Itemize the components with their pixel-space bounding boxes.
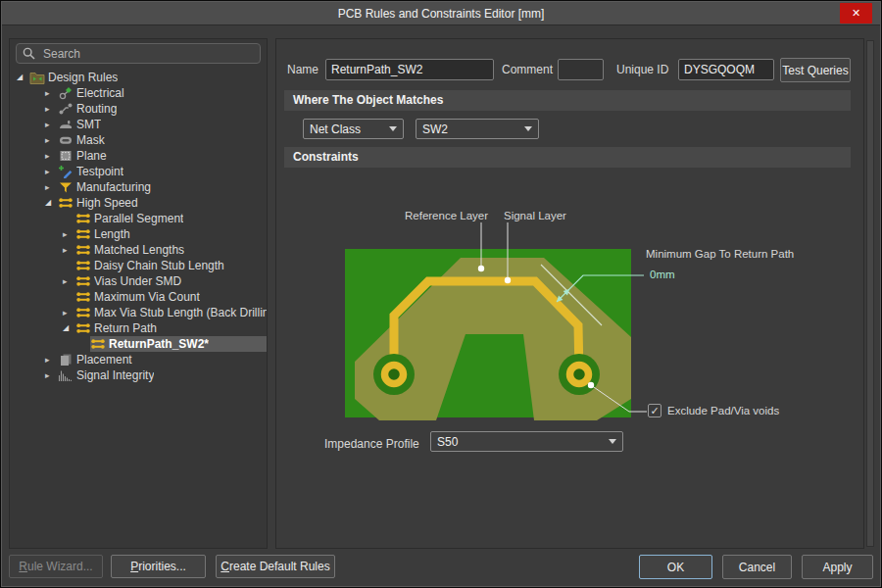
testpoint-icon (58, 165, 74, 178)
tree-item-body[interactable]: Placement (58, 352, 267, 368)
scope-dropdown-value: Net Class (310, 122, 361, 136)
rule-editor-panel: Name Comment Unique ID Test Queries Wher… (275, 38, 864, 549)
search-box[interactable] (16, 43, 261, 64)
tree-item-label: Maximum Via Count (94, 290, 200, 304)
expand-arrow-icon[interactable]: ▸ (63, 226, 75, 242)
expand-arrow-icon[interactable]: ◢ (17, 70, 29, 85)
tree-item-high-speed[interactable]: ◢High Speed (10, 195, 267, 211)
tree-item-placement[interactable]: ▸Placement (10, 352, 267, 368)
tree-item-plane[interactable]: ▸Plane (10, 148, 267, 164)
expand-arrow-icon[interactable]: ▸ (45, 148, 58, 164)
tree-item-body[interactable]: Design Rules (29, 70, 267, 85)
expand-arrow-icon[interactable]: ▸ (63, 273, 75, 289)
comment-input[interactable] (558, 59, 604, 80)
ok-button[interactable]: OK (639, 555, 712, 579)
vertical-scrollbar[interactable] (866, 40, 874, 547)
tree-item-label: Placement (76, 353, 132, 367)
tree-item-label: Mask (76, 133, 105, 147)
expand-arrow-icon[interactable]: ▸ (45, 352, 58, 368)
rule-wizard-button[interactable]: Rule Wizard... (9, 555, 103, 578)
tree-item-body[interactable]: Plane (58, 148, 267, 164)
tree-item-body[interactable]: Return Path (75, 320, 267, 336)
tree-item-manufacturing[interactable]: ▸Manufacturing (10, 179, 267, 195)
tree-item-mask[interactable]: ▸Mask (10, 132, 267, 148)
tree-item-body[interactable]: Matched Lengths (75, 242, 267, 258)
expand-arrow-icon[interactable]: ▸ (45, 368, 58, 383)
impedance-profile-dropdown[interactable]: S50 (430, 431, 623, 452)
tree-item-label: Testpoint (76, 165, 123, 178)
tree-item-testpoint[interactable]: ▸Testpoint (10, 164, 267, 179)
tree-item-vias-under-smd[interactable]: ▸Vias Under SMD (10, 273, 267, 289)
manufacturing-icon (58, 180, 74, 194)
tree-item-body[interactable]: Signal Integrity (58, 368, 267, 383)
tree-item-routing[interactable]: ▸Routing (10, 101, 267, 117)
name-label: Name (287, 63, 318, 76)
tree-item-body[interactable]: Length (75, 226, 267, 242)
tree-item-body[interactable]: Mask (58, 132, 267, 148)
tree-item-label: Length (94, 227, 130, 241)
expand-arrow-icon[interactable]: ◢ (45, 195, 58, 211)
tree-item-body[interactable]: Electrical (58, 85, 267, 101)
expand-arrow-icon[interactable]: ▸ (45, 117, 58, 132)
tree-item-body[interactable]: Maximum Via Count (75, 289, 267, 305)
create-default-rules-button[interactable]: Create Default Rules (216, 555, 335, 578)
tree-item-body[interactable]: Routing (58, 101, 267, 117)
expand-arrow-icon[interactable]: ▸ (63, 242, 75, 258)
tree-item-signal-integrity[interactable]: ▸Signal Integrity (10, 368, 267, 383)
tree-item-max-via-stub-length[interactable]: ▸Max Via Stub Length (Back Drilling (10, 305, 267, 320)
rules-tree: ◢Design Rules▸Electrical▸Routing▸SMT▸Mas… (10, 70, 267, 383)
cancel-button[interactable]: Cancel (722, 555, 792, 579)
tree-item-body[interactable]: SMT (58, 117, 267, 132)
tree-item-daisy-chain-stub-length[interactable]: Daisy Chain Stub Length (10, 258, 267, 273)
tree-item-label: High Speed (76, 196, 138, 210)
expand-arrow-icon[interactable]: ▸ (45, 132, 58, 148)
right-pad (570, 366, 589, 384)
expand-arrow-icon[interactable]: ▸ (45, 101, 58, 117)
tree-item-body[interactable]: Vias Under SMD (75, 273, 267, 289)
expand-arrow-icon[interactable]: ◢ (63, 320, 75, 336)
search-input[interactable] (41, 46, 254, 62)
test-queries-button[interactable]: Test Queries (780, 58, 851, 82)
tree-item-body[interactable]: Testpoint (58, 164, 267, 179)
pad-void-dot (588, 382, 594, 388)
tree-item-label: Max Via Stub Length (Back Drilling (94, 306, 267, 319)
tree-item-electrical[interactable]: ▸Electrical (10, 85, 267, 101)
priorities-button[interactable]: Priorities... (111, 555, 206, 578)
net-class-dropdown[interactable]: SW2 (416, 119, 539, 139)
tree-item-body[interactable]: Manufacturing (58, 179, 267, 195)
tree-item-body[interactable]: High Speed (58, 195, 267, 211)
tree-item-length[interactable]: ▸Length (10, 226, 267, 242)
return-path-diagram (345, 210, 659, 425)
tree-item-body[interactable]: ReturnPath_SW2* (90, 336, 267, 352)
pcb-rules-dialog: PCB Rules and Constraints Editor [mm] ✕ … (0, 0, 882, 588)
tree-item-smt[interactable]: ▸SMT (10, 117, 267, 132)
tree-item-label: Electrical (76, 86, 124, 100)
close-button[interactable]: ✕ (840, 3, 872, 24)
tree-item-body[interactable]: Parallel Segment (75, 211, 267, 226)
where-object-matches-header: Where The Object Matches (284, 90, 851, 111)
expand-arrow-icon[interactable]: ▸ (45, 164, 58, 179)
tree-item-body[interactable]: Daisy Chain Stub Length (75, 258, 267, 273)
left-pad (385, 366, 404, 384)
signal-integrity-icon (58, 368, 74, 382)
placement-icon (58, 353, 74, 367)
tree-item-design-rules[interactable]: ◢Design Rules (10, 70, 267, 85)
scope-dropdown[interactable]: Net Class (303, 119, 404, 139)
tree-item-returnpath-sw2[interactable]: ReturnPath_SW2* (10, 336, 267, 352)
tree-item-matched-lengths[interactable]: ▸Matched Lengths (10, 242, 267, 258)
exclude-pad-via-checkbox[interactable]: ✓ (648, 404, 662, 417)
tree-item-return-path[interactable]: ◢Return Path (10, 320, 267, 336)
unique-id-input[interactable] (678, 59, 774, 80)
expand-arrow-icon[interactable]: ▸ (45, 179, 58, 195)
constraints-header: Constraints (284, 147, 851, 168)
apply-button[interactable]: Apply (802, 555, 873, 579)
tree-item-label: Signal Integrity (76, 368, 154, 382)
electrical-icon (58, 86, 74, 100)
rule-name-input[interactable] (325, 59, 494, 80)
expand-arrow-icon[interactable]: ▸ (45, 85, 58, 101)
tree-item-maximum-via-count[interactable]: Maximum Via Count (10, 289, 267, 305)
tree-item-body[interactable]: Max Via Stub Length (Back Drilling (75, 305, 267, 320)
tree-item-parallel-segment[interactable]: Parallel Segment (10, 211, 267, 226)
high-speed-icon (75, 290, 91, 304)
expand-arrow-icon[interactable]: ▸ (63, 305, 75, 320)
